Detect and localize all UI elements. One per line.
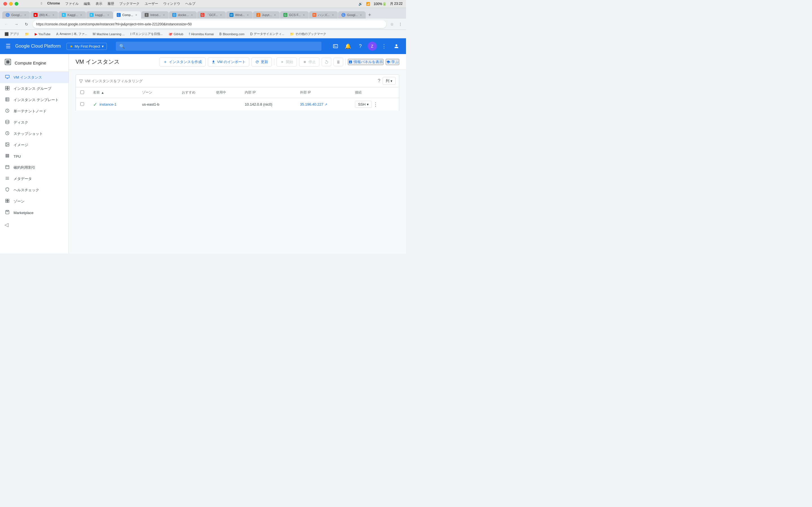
- mac-menu-window[interactable]: ウィンドウ: [163, 1, 180, 6]
- reset-button[interactable]: [322, 58, 331, 66]
- tab-kaggle2[interactable]: K kaggl... ×: [86, 11, 113, 18]
- tab-close[interactable]: ×: [162, 13, 165, 17]
- sidebar-item-committed[interactable]: 確約利用割引: [0, 162, 68, 173]
- refresh-button[interactable]: 更新: [252, 57, 272, 66]
- account-icon[interactable]: [391, 41, 402, 51]
- bookmark-it[interactable]: I ITエンジニアを目指...: [128, 31, 165, 37]
- sidebar-item-instance-templates[interactable]: インスタンス テンプレート: [0, 94, 68, 106]
- tab-close[interactable]: ×: [246, 13, 249, 17]
- bookmark-icon[interactable]: ☆: [389, 21, 395, 27]
- mac-apple-menu[interactable]: : [41, 1, 42, 6]
- bookmark-github[interactable]: 🐙 GitHub: [166, 31, 186, 37]
- sidebar-item-sole-tenant[interactable]: 単一テナントノード: [0, 106, 68, 117]
- tab-jupyter[interactable]: J Jupyt... ×: [253, 11, 280, 18]
- gcp-search-bar[interactable]: 🔍: [116, 42, 321, 51]
- tab-close[interactable]: ×: [191, 13, 193, 17]
- mac-menu-history[interactable]: 履歴: [107, 1, 114, 6]
- cloud-shell-icon[interactable]: [331, 41, 341, 51]
- tab-close[interactable]: ×: [332, 13, 335, 17]
- filter-input[interactable]: [85, 79, 375, 83]
- th-zone[interactable]: ゾーン: [138, 87, 177, 98]
- mac-maximize-button[interactable]: [15, 2, 18, 6]
- mac-menu-help[interactable]: ヘルプ: [185, 1, 195, 6]
- bookmark-bloomberg[interactable]: B Bloomberg.com: [217, 31, 247, 37]
- ssh-button[interactable]: SSH ▾: [355, 101, 372, 108]
- tab-close[interactable]: ×: [107, 13, 110, 17]
- forward-button[interactable]: →: [12, 20, 20, 28]
- import-vm-button[interactable]: VM のインポート: [208, 57, 249, 66]
- tab-introd[interactable]: I Introd... ×: [141, 11, 168, 18]
- sidebar-item-instance-groups[interactable]: インスタンス グループ: [0, 83, 68, 94]
- sidebar-item-snapshots[interactable]: スナップショット: [0, 128, 68, 139]
- bookmark-folder[interactable]: 📁: [22, 31, 31, 37]
- mac-menu-bookmarks[interactable]: ブックマーク: [119, 1, 140, 6]
- columns-button[interactable]: 列 ▾: [383, 77, 396, 85]
- tab-close[interactable]: ×: [303, 13, 305, 17]
- back-button[interactable]: ←: [2, 20, 10, 28]
- tab-google[interactable]: G Googl... ×: [2, 11, 30, 18]
- bookmark-other[interactable]: 📁 その他のブックマーク: [288, 31, 328, 37]
- learn-button[interactable]: 学ぶ: [386, 59, 399, 65]
- delete-button[interactable]: [334, 58, 343, 66]
- tab-close[interactable]: ×: [135, 13, 138, 17]
- filter-help-icon[interactable]: ?: [378, 78, 380, 83]
- bookmark-datascience[interactable]: D データサイエンティ...: [248, 31, 287, 37]
- bookmark-amazon[interactable]: A Amazon | 本, ファ...: [54, 31, 89, 37]
- row-checkbox-cell[interactable]: [76, 98, 89, 111]
- mac-menu-view[interactable]: 表示: [96, 1, 102, 6]
- mac-menu-file[interactable]: ファイル: [65, 1, 79, 6]
- bookmark-apps[interactable]: ⬛ アプリ: [2, 31, 21, 37]
- sidebar-item-tpu[interactable]: TPU: [0, 151, 68, 162]
- topnav-more-icon[interactable]: ⋮: [379, 41, 389, 51]
- row-checkbox[interactable]: [80, 102, 84, 106]
- more-icon[interactable]: ⋮: [397, 21, 404, 27]
- bookmark-hiromitsu[interactable]: f Hiromitsu Komai: [187, 31, 216, 37]
- project-selector[interactable]: ★ My First Project ▾: [66, 43, 107, 50]
- th-name[interactable]: 名前 ▲: [89, 87, 138, 98]
- sidebar-item-disks[interactable]: ディスク: [0, 117, 68, 128]
- mac-close-button[interactable]: [3, 2, 7, 6]
- instance-name-link[interactable]: instance-1: [100, 102, 116, 107]
- create-instance-button[interactable]: インスタンスを作成: [160, 57, 206, 66]
- user-avatar[interactable]: Z: [368, 42, 377, 51]
- tab-close[interactable]: ×: [24, 13, 27, 17]
- tab-kaggle1[interactable]: K Kaggl... ×: [58, 11, 86, 18]
- tab-docker[interactable]: D docke... ×: [169, 11, 197, 18]
- mac-menu-user[interactable]: ユーザー: [145, 1, 158, 6]
- bookmark-ml[interactable]: M Machine Learning ...: [91, 31, 127, 37]
- tab-google2[interactable]: G Googl... ×: [338, 11, 366, 18]
- tab-close[interactable]: ×: [220, 13, 222, 17]
- url-bar[interactable]: [33, 20, 386, 28]
- info-panel-button[interactable]: 情報パネルを表示: [348, 59, 384, 65]
- bookmark-youtube[interactable]: ▶ YouTube: [33, 31, 53, 37]
- help-icon[interactable]: ?: [355, 41, 365, 51]
- notification-icon[interactable]: 🔔: [343, 41, 353, 51]
- tab-gcs[interactable]: G GCS F... ×: [280, 11, 308, 18]
- mac-window-controls[interactable]: [3, 2, 18, 6]
- start-button[interactable]: 開始: [276, 57, 297, 66]
- sidebar-collapse-btn[interactable]: ◁: [0, 218, 68, 231]
- tab-close[interactable]: ×: [273, 13, 276, 17]
- sidebar-item-metadata[interactable]: メタデータ: [0, 173, 68, 184]
- mac-menu-edit[interactable]: 編集: [84, 1, 91, 6]
- sidebar-item-marketplace[interactable]: Marketplace: [0, 207, 68, 218]
- sidebar-item-zones[interactable]: ゾーン: [0, 196, 68, 207]
- sidebar-item-images[interactable]: イメージ: [0, 139, 68, 151]
- row-more-button[interactable]: ⋮: [373, 101, 378, 108]
- tab-hands[interactable]: H ハンズ... ×: [309, 11, 338, 18]
- tab-windows[interactable]: W Wind... ×: [226, 11, 253, 18]
- new-tab-button[interactable]: +: [366, 11, 373, 18]
- stop-button[interactable]: 停止: [299, 57, 319, 66]
- reload-button[interactable]: ↻: [22, 20, 31, 28]
- select-all-checkbox[interactable]: [80, 91, 84, 94]
- tab-youtube[interactable]: ▶ (80) K... ×: [30, 11, 58, 18]
- hamburger-menu[interactable]: ☰: [4, 42, 12, 51]
- tab-close[interactable]: ×: [80, 13, 83, 17]
- tab-compute[interactable]: C Comp... ×: [113, 11, 141, 18]
- external-ip-link[interactable]: 35.196.40.227 ↗: [300, 102, 346, 107]
- sidebar-item-healthcheck[interactable]: ヘルスチェック: [0, 184, 68, 196]
- tab-close[interactable]: ×: [52, 13, 55, 17]
- sidebar-item-vm-instances[interactable]: VM インスタンス: [0, 72, 68, 83]
- tab-close[interactable]: ×: [359, 13, 362, 17]
- mac-minimize-button[interactable]: [9, 2, 13, 6]
